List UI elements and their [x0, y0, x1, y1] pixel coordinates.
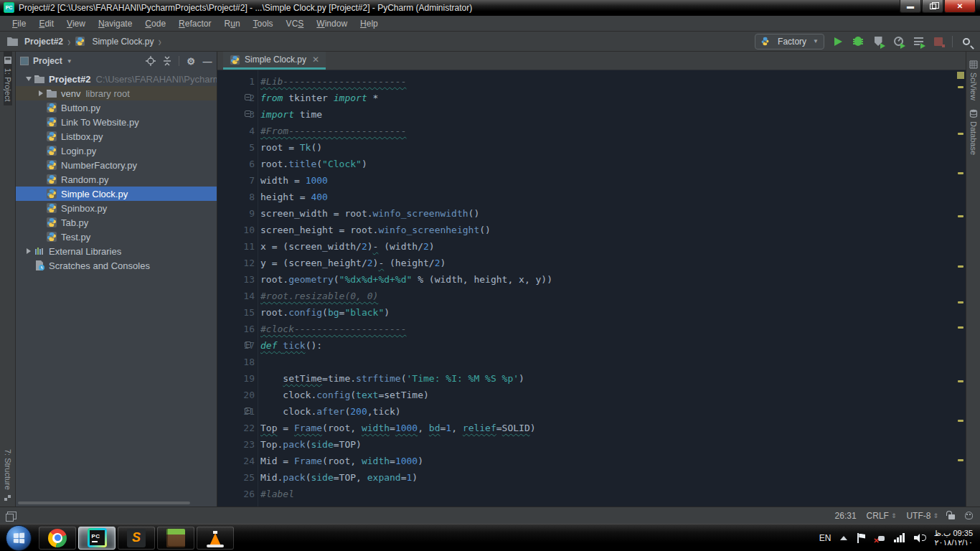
code-line[interactable]: height = 400 — [260, 189, 954, 205]
code-editor[interactable]: 1234567891011121314151617181920212223242… — [217, 70, 966, 507]
tree-item-spinbox-py[interactable]: Spinbox.py — [16, 201, 217, 215]
taskbar-chrome-button[interactable] — [39, 527, 76, 550]
debug-button[interactable] — [852, 35, 864, 48]
code-line[interactable]: y = (screen_height/2)- (height/2) — [260, 255, 954, 271]
menu-file[interactable]: File — [6, 17, 32, 30]
fold-marker-icon[interactable] — [245, 342, 251, 348]
tool-button-sciview[interactable]: SciView — [969, 56, 978, 105]
highlighting-level-icon[interactable] — [965, 512, 973, 519]
start-button[interactable] — [6, 525, 32, 551]
stop-button[interactable] — [932, 35, 945, 48]
tree-item-project-2[interactable]: Project#2C:\Users\FARAHANI\PycharmProj — [16, 72, 217, 86]
code-line[interactable]: #label — [260, 486, 954, 502]
tree-item-scratches-and-consoles[interactable]: Scratches and Consoles — [16, 258, 217, 273]
hide-panel-button[interactable]: — — [202, 56, 212, 66]
warning-stripe-mark[interactable] — [958, 301, 963, 303]
tree-expanded-arrow-icon[interactable] — [23, 77, 34, 81]
code-line[interactable]: screen_height = root.winfo_screenheight(… — [260, 222, 954, 238]
code-line[interactable]: x = (screen_width/2)- (width/2) — [260, 238, 954, 255]
menu-run[interactable]: Run — [218, 17, 247, 30]
chevron-down-icon[interactable]: ▼ — [67, 58, 72, 65]
network-signal-icon[interactable] — [894, 533, 905, 542]
run-with-coverage-button[interactable] — [872, 35, 885, 48]
run-configuration-select[interactable]: Factory ▼ — [755, 34, 824, 50]
code-line[interactable]: def tick(): — [260, 337, 954, 354]
tool-button-database[interactable]: Database — [969, 105, 978, 159]
inspection-indicator[interactable] — [957, 72, 964, 79]
toggle-tool-windows-icon[interactable] — [7, 512, 17, 519]
tree-item-external-libraries[interactable]: External Libraries — [16, 244, 217, 258]
tab-close-icon[interactable]: ✕ — [312, 55, 319, 65]
warning-stripe-mark[interactable] — [958, 172, 963, 174]
tree-item-random-py[interactable]: Random.py — [16, 172, 217, 187]
error-stripe[interactable] — [956, 70, 966, 507]
code-line[interactable]: from tkinter import * — [260, 90, 954, 106]
locate-file-button[interactable] — [146, 56, 156, 66]
fold-marker-icon[interactable] — [245, 408, 251, 414]
search-everywhere-button[interactable] — [960, 35, 973, 48]
tree-item-numberfactory-py[interactable]: NumberFactory.py — [16, 158, 217, 172]
menu-navigate[interactable]: Navigate — [92, 17, 138, 30]
code-line[interactable]: clock.config(text=setTime) — [260, 387, 954, 403]
tool-button-project[interactable]: 1: Project — [4, 52, 12, 105]
menu-code[interactable]: Code — [138, 17, 172, 30]
warning-stripe-mark[interactable] — [958, 459, 963, 461]
breadcrumb-project[interactable]: Project#2 — [24, 37, 63, 47]
warning-stripe-mark[interactable] — [958, 133, 963, 135]
menu-view[interactable]: View — [60, 17, 92, 30]
settings-gear-icon[interactable]: ⚙ — [186, 56, 196, 66]
menu-edit[interactable]: Edit — [32, 17, 60, 30]
caret-position[interactable]: 26:31 — [835, 511, 857, 521]
warning-stripe-mark[interactable] — [958, 420, 963, 422]
encoding-select[interactable]: UTF-8⇕ — [906, 511, 938, 521]
tree-item-simple-clock-py[interactable]: Simple Clock.py — [16, 187, 217, 201]
tree-item-link-to-website-py[interactable]: Link To Website.py — [16, 115, 217, 129]
code-line[interactable]: #From--------------------- — [260, 123, 954, 139]
warning-stripe-mark[interactable] — [958, 326, 963, 329]
horizontal-scrollbar[interactable] — [18, 501, 190, 504]
taskbar-pycharm-button[interactable]: PC — [78, 527, 116, 550]
taskbar-minecraft-button[interactable] — [157, 527, 194, 550]
menu-refactor[interactable]: Refactor — [172, 17, 217, 30]
volume-icon[interactable] — [914, 533, 925, 542]
minimize-button[interactable]: ▬ — [900, 0, 921, 13]
code-line[interactable]: Top.pack(side=TOP) — [260, 436, 954, 453]
code-line[interactable]: clock.after(200,tick) — [260, 403, 954, 420]
tree-collapsed-arrow-icon[interactable] — [35, 90, 46, 96]
power-plug-icon[interactable] — [875, 534, 885, 542]
warning-stripe-mark[interactable] — [958, 215, 963, 217]
action-center-flag-icon[interactable] — [857, 533, 865, 543]
tool-button-structure[interactable]: 7: Structure — [4, 445, 12, 507]
tree-item-venv[interactable]: venvlibrary root — [16, 86, 217, 100]
menu-window[interactable]: Window — [310, 17, 354, 30]
tree-item-test-py[interactable]: Test.py — [16, 230, 217, 244]
collapse-all-button[interactable] — [162, 56, 172, 66]
warning-stripe-mark[interactable] — [958, 380, 963, 382]
taskbar-clock[interactable]: 09:35 ب.ظ ۲۰۱۸/۱۲/۱۰ — [934, 529, 973, 547]
code-line[interactable]: #clock-------------------- — [260, 321, 954, 337]
code-line[interactable]: #Lib---------------------- — [260, 73, 954, 90]
breadcrumb-file[interactable]: Simple Clock.py — [92, 37, 154, 47]
taskbar-vlc-button[interactable] — [197, 527, 234, 550]
warning-stripe-mark[interactable] — [958, 265, 963, 268]
warning-stripe-mark[interactable] — [958, 86, 963, 88]
code-line[interactable]: root.geometry("%dx%d+%d+%d" % (width, he… — [260, 271, 954, 288]
menu-vcs[interactable]: VCS — [280, 17, 311, 30]
menu-help[interactable]: Help — [354, 17, 385, 30]
close-button[interactable]: ✕ — [944, 0, 976, 13]
code-line[interactable]: import time — [260, 106, 954, 123]
code-line[interactable]: Top = Frame(root, width=1000, bd=1, reli… — [260, 420, 954, 436]
profiler-button[interactable] — [892, 35, 905, 48]
readonly-lock-icon[interactable] — [948, 514, 955, 519]
code-line[interactable]: Mid = Frame(root, width=1000) — [260, 453, 954, 469]
tree-item-tab-py[interactable]: Tab.py — [16, 215, 217, 230]
code-line[interactable]: screen_width = root.winfo_screenwidth() — [260, 205, 954, 222]
code-line[interactable]: setTime=time.strftime('Time: %I: %M %S %… — [260, 370, 954, 387]
editor-tab[interactable]: Simple Clock.py ✕ — [223, 52, 326, 70]
tree-item-button-py[interactable]: Button.py — [16, 100, 217, 115]
language-indicator[interactable]: EN — [819, 533, 831, 543]
run-with-settings-button[interactable] — [912, 35, 925, 48]
run-button[interactable] — [831, 35, 844, 48]
fold-marker-icon[interactable] — [245, 110, 251, 117]
code-line[interactable]: root.config(bg="black") — [260, 304, 954, 321]
